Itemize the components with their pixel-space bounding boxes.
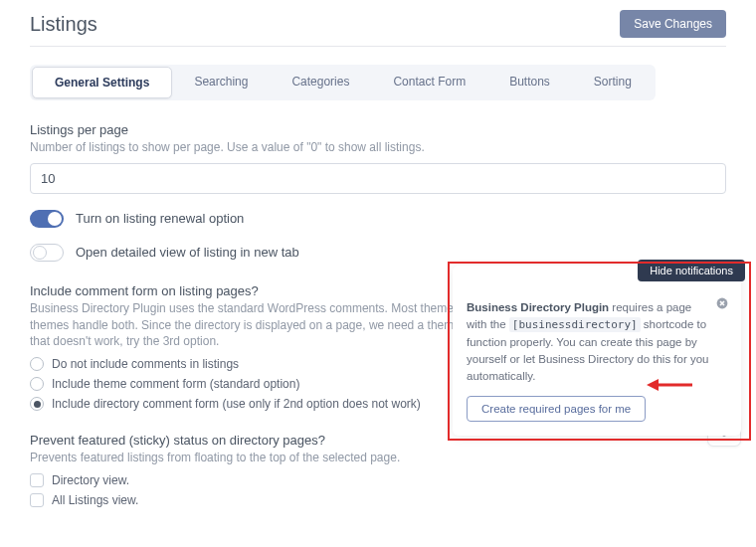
sticky-directory-view-label: Directory view.: [52, 473, 129, 487]
tab-searching[interactable]: Searching: [172, 67, 270, 98]
notification-panel: Hide notifications Business Directory Pl…: [453, 266, 741, 436]
tab-categories[interactable]: Categories: [270, 67, 371, 98]
hide-notifications-button[interactable]: Hide notifications: [638, 260, 745, 281]
notification-body: Business Directory Plugin requires a pag…: [467, 299, 727, 386]
comments-option-2-radio[interactable]: [30, 397, 44, 411]
comments-option-0-radio[interactable]: [30, 357, 44, 371]
renewal-toggle[interactable]: [30, 210, 64, 228]
comments-option-1-radio[interactable]: [30, 377, 44, 391]
tab-buttons[interactable]: Buttons: [487, 67, 572, 98]
sticky-all-listings-checkbox[interactable]: [30, 493, 44, 507]
comments-option-0-label: Do not include comments in listings: [52, 357, 239, 371]
page-title: Listings: [30, 13, 97, 36]
settings-tabs: General Settings Searching Categories Co…: [30, 65, 656, 100]
tab-contact-form[interactable]: Contact Form: [371, 67, 487, 98]
listings-per-page-label: Listings per page: [30, 122, 726, 137]
sticky-directory-view-checkbox[interactable]: [30, 473, 44, 487]
tab-sorting[interactable]: Sorting: [572, 67, 654, 98]
create-required-pages-button[interactable]: Create required pages for me: [467, 396, 646, 422]
listings-per-page-input[interactable]: [30, 163, 726, 194]
new-tab-toggle[interactable]: [30, 244, 64, 262]
listings-per-page-desc: Number of listings to show per page. Use…: [30, 139, 726, 156]
new-tab-toggle-label: Open detailed view of listing in new tab: [76, 245, 299, 260]
comments-option-1-label: Include theme comment form (standard opt…: [52, 377, 299, 391]
tab-general-settings[interactable]: General Settings: [32, 67, 172, 98]
notification-lead: Business Directory Plugin: [467, 301, 609, 313]
close-notification-icon[interactable]: [715, 297, 729, 311]
notification-shortcode: [businessdirectory]: [509, 317, 641, 332]
sticky-all-listings-label: All Listings view.: [52, 493, 138, 507]
comments-option-2-label: Include directory comment form (use only…: [52, 397, 421, 411]
renewal-toggle-label: Turn on listing renewal option: [76, 211, 244, 226]
save-changes-button[interactable]: Save Changes: [620, 10, 726, 38]
sticky-desc: Prevents featured listings from floating…: [30, 450, 726, 466]
